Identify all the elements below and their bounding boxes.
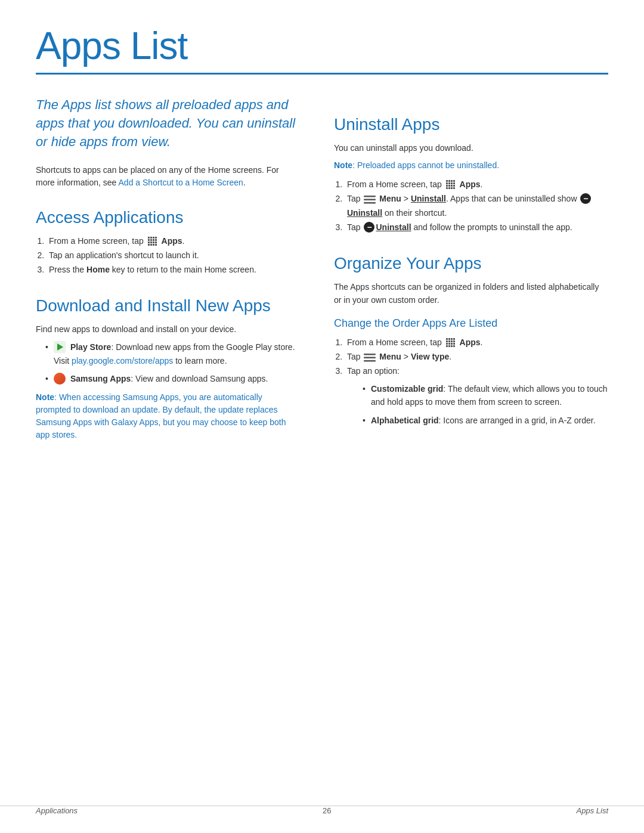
svg-rect-10	[153, 241, 154, 243]
svg-rect-7	[155, 239, 157, 241]
svg-rect-19	[448, 180, 450, 182]
svg-rect-23	[448, 182, 450, 184]
samsung-apps-label: Samsung Apps	[70, 374, 131, 383]
customizable-grid-label: Customizable grid	[371, 384, 443, 394]
svg-rect-27	[448, 185, 450, 187]
uninstall-tap-label: Uninstall	[376, 222, 411, 232]
svg-rect-34	[364, 196, 376, 197]
organize-apps-title: Organize Your Apps	[334, 254, 608, 273]
svg-rect-5	[150, 239, 152, 241]
download-install-title: Download and Install New Apps	[36, 296, 298, 315]
page-title: Apps List	[36, 24, 608, 68]
apps-icon-uninstall	[445, 179, 456, 190]
uninstall-apps-title: Uninstall Apps	[334, 115, 608, 134]
svg-rect-15	[155, 244, 157, 246]
svg-rect-41	[446, 340, 448, 342]
svg-rect-1	[150, 237, 152, 239]
svg-rect-13	[150, 244, 152, 246]
uninstall-step-3: Tap −Uninstall and follow the prompts to…	[345, 221, 608, 235]
download-note: Note: When accessing Samsung Apps, you a…	[36, 391, 298, 441]
svg-rect-51	[451, 345, 453, 347]
svg-rect-18	[446, 180, 448, 182]
play-store-label: Play Store	[70, 342, 111, 352]
uninstall-note-label: Note	[334, 160, 352, 170]
svg-rect-42	[448, 340, 450, 342]
svg-rect-44	[453, 340, 455, 342]
svg-rect-35	[364, 199, 376, 201]
svg-rect-12	[148, 244, 150, 246]
play-store-icon	[54, 341, 66, 353]
uninstall-menu-label: Uninstall	[411, 194, 446, 203]
organize-step-3: Tap an option: Customizable grid: The de…	[345, 364, 608, 427]
download-note-label: Note	[36, 392, 54, 402]
svg-rect-55	[364, 360, 376, 362]
svg-rect-24	[451, 182, 453, 184]
svg-rect-39	[451, 338, 453, 340]
svg-rect-52	[453, 345, 455, 347]
footer-center: 26	[323, 806, 331, 815]
svg-rect-54	[364, 357, 376, 359]
apps-label-uninstall: Apps	[460, 179, 481, 189]
svg-rect-33	[453, 187, 455, 189]
svg-rect-25	[453, 182, 455, 184]
access-step-2: Tap an application's shortcut to launch …	[47, 249, 298, 263]
title-divider	[36, 73, 608, 75]
svg-rect-53	[364, 354, 376, 355]
svg-rect-20	[451, 180, 453, 182]
uninstall-circle-icon: −	[580, 193, 591, 204]
svg-rect-3	[155, 237, 157, 239]
intro-text: The Apps list shows all preloaded apps a…	[36, 96, 298, 151]
footer-left: Applications	[36, 806, 78, 815]
access-applications-title: Access Applications	[36, 208, 298, 227]
svg-rect-6	[153, 239, 154, 241]
page-footer: Applications 26 Apps List	[0, 806, 644, 815]
organize-step-2: Tap Menu > View type.	[345, 350, 608, 364]
uninstall-intro: You can uninstall apps you download.	[334, 141, 608, 154]
home-screen-link[interactable]: Add a Shortcut to a Home Screen	[119, 178, 243, 187]
svg-rect-45	[446, 343, 448, 345]
view-type-label: View type	[411, 352, 449, 361]
download-install-intro: Find new apps to download and install on…	[36, 323, 298, 336]
intro-sub: Shortcuts to apps can be placed on any o…	[36, 164, 298, 189]
svg-rect-32	[451, 187, 453, 189]
right-column: Uninstall Apps You can uninstall apps yo…	[334, 96, 608, 447]
svg-rect-43	[451, 340, 453, 342]
apps-icon	[147, 236, 158, 247]
svg-rect-4	[148, 239, 150, 241]
svg-rect-9	[150, 241, 152, 243]
svg-rect-36	[364, 202, 376, 204]
organize-steps: From a Home screen, tap Apps. Tap	[334, 336, 608, 427]
svg-rect-47	[451, 343, 453, 345]
menu-icon-1	[364, 194, 376, 203]
play-store-link[interactable]: play.google.com/store/apps	[72, 356, 173, 366]
access-step-3: Press the Home key to return to the main…	[47, 263, 298, 277]
svg-rect-22	[446, 182, 448, 184]
alphabetical-grid-label: Alphabetical grid	[371, 416, 439, 425]
change-order-title: Change the Order Apps Are Listed	[334, 317, 608, 330]
svg-rect-14	[153, 244, 154, 246]
svg-rect-28	[451, 185, 453, 187]
alphabetical-grid-option: Alphabetical grid: Icons are arranged in…	[359, 414, 608, 427]
svg-rect-37	[446, 338, 448, 340]
uninstall-circle-icon-2: −	[364, 222, 374, 233]
menu-icon-2	[364, 352, 376, 361]
left-column: The Apps list shows all preloaded apps a…	[36, 96, 298, 447]
svg-rect-38	[448, 338, 450, 340]
organize-step-1: From a Home screen, tap Apps.	[345, 336, 608, 350]
svg-rect-30	[446, 187, 448, 189]
svg-rect-46	[448, 343, 450, 345]
menu-label-2: Menu	[379, 352, 401, 361]
uninstall-step-2: Tap Menu > Uninstall. Apps that can be u…	[345, 192, 608, 221]
svg-rect-8	[148, 241, 150, 243]
svg-rect-50	[448, 345, 450, 347]
apps-label-1: Apps	[162, 236, 182, 246]
svg-rect-49	[446, 345, 448, 347]
svg-rect-21	[453, 180, 455, 182]
uninstall-step-1: From a Home screen, tap Apps.	[345, 178, 608, 192]
menu-label-1: Menu	[379, 194, 401, 203]
organize-intro: The Apps shortcuts can be organized in f…	[334, 280, 608, 307]
uninstall-steps: From a Home screen, tap Apps. Tap	[334, 178, 608, 234]
svg-rect-2	[153, 237, 154, 239]
customizable-grid-option: Customizable grid: The default view, whi…	[359, 382, 608, 409]
svg-rect-0	[148, 237, 150, 239]
